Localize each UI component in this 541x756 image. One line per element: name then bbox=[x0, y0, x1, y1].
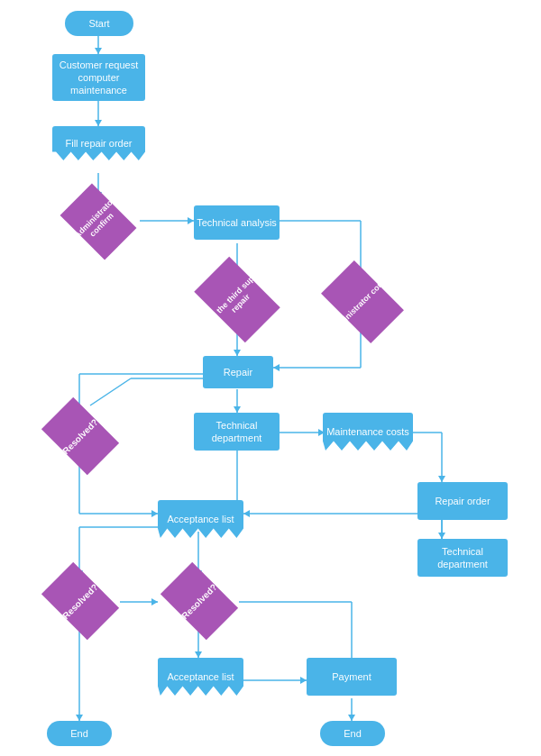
repair-node: Repair bbox=[203, 356, 273, 388]
svg-marker-14 bbox=[234, 350, 241, 356]
svg-marker-31 bbox=[438, 533, 445, 539]
start-label: Start bbox=[88, 17, 109, 30]
svg-line-19 bbox=[90, 378, 131, 405]
acceptance-list-1-label: Acceptance list bbox=[168, 513, 234, 525]
admin-confirm-1-node: Administrator confirm bbox=[57, 196, 140, 246]
admin-confirm-2-node: Administrator confirm bbox=[317, 275, 408, 329]
svg-marker-52 bbox=[348, 715, 355, 721]
end-2-label: End bbox=[344, 727, 362, 740]
svg-marker-29 bbox=[438, 476, 445, 482]
end-1-label: End bbox=[70, 727, 88, 740]
payment-node: Payment bbox=[307, 658, 397, 696]
svg-marker-3 bbox=[95, 120, 102, 126]
fill-repair-order-node: Fill repair order bbox=[52, 126, 145, 160]
repair-order-node: Repair order bbox=[417, 482, 508, 520]
svg-marker-54 bbox=[151, 598, 158, 606]
end-2-node: End bbox=[320, 721, 385, 746]
resolved-2-node: Resolved? bbox=[39, 575, 122, 627]
svg-marker-48 bbox=[195, 651, 202, 658]
svg-marker-39 bbox=[243, 510, 250, 517]
svg-marker-34 bbox=[151, 510, 158, 517]
end-1-node: End bbox=[47, 721, 112, 746]
svg-marker-21 bbox=[234, 406, 241, 413]
acceptance-list-2-node: Acceptance list bbox=[158, 658, 243, 696]
technical-dept-1-label: Technical department bbox=[194, 419, 280, 445]
svg-marker-50 bbox=[300, 677, 307, 684]
start-node: Start bbox=[65, 11, 133, 36]
repair-order-label: Repair order bbox=[435, 495, 490, 507]
resolved-3-node: Resolved? bbox=[158, 575, 241, 627]
customer-request-node: Customer request computer maintenance bbox=[52, 54, 145, 101]
svg-marker-7 bbox=[188, 217, 194, 224]
payment-label: Payment bbox=[332, 670, 371, 683]
repair-label: Repair bbox=[224, 366, 252, 378]
flowchart: Start Customer request computer maintena… bbox=[0, 0, 541, 756]
svg-marker-46 bbox=[76, 715, 83, 721]
maintenance-costs-label: Maintenance costs bbox=[326, 425, 409, 438]
svg-marker-17 bbox=[273, 364, 280, 371]
technical-analysis-label: Technical analysis bbox=[197, 216, 277, 229]
svg-marker-1 bbox=[95, 48, 102, 54]
customer-request-label: Customer request computer maintenance bbox=[52, 59, 145, 97]
fill-repair-order-label: Fill repair order bbox=[66, 137, 133, 150]
technical-dept-2-node: Technical department bbox=[417, 539, 508, 577]
acceptance-list-2-label: Acceptance list bbox=[168, 670, 234, 683]
technical-dept-1-node: Technical department bbox=[194, 413, 280, 451]
need-third-supplier-node: Need the third supplier repair bbox=[188, 270, 287, 329]
resolved-1-node: Resolved? bbox=[39, 410, 122, 462]
maintenance-costs-node: Maintenance costs bbox=[323, 413, 413, 451]
technical-analysis-node: Technical analysis bbox=[194, 205, 280, 240]
acceptance-list-1-node: Acceptance list bbox=[158, 500, 243, 538]
technical-dept-2-label: Technical department bbox=[417, 545, 508, 571]
